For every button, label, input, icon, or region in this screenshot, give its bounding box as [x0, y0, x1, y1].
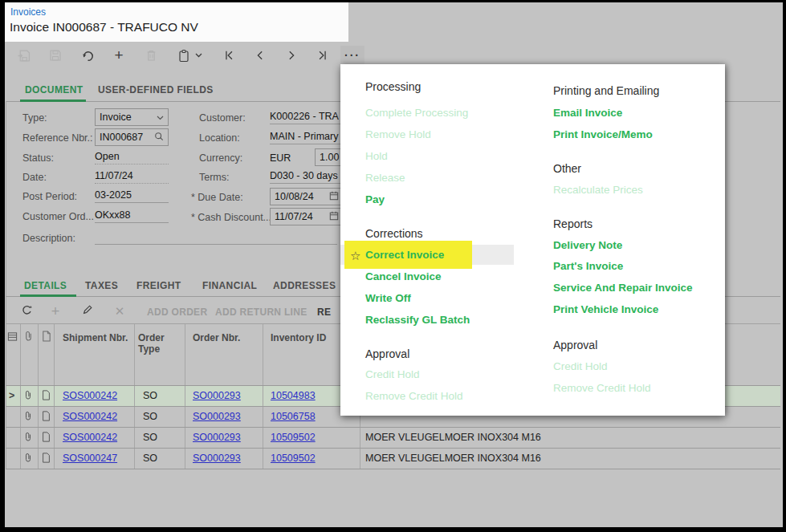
col-order-nbr[interactable]: Order Nbr.	[193, 332, 240, 343]
menu-item-remove-hold: Remove Hold	[365, 128, 431, 140]
menu-item-pay[interactable]: Pay	[365, 193, 385, 205]
magnifier-icon	[154, 132, 164, 144]
reference-nbr-value: IN000687	[100, 132, 154, 143]
menu-item-print-invoice-memo[interactable]: Print Invoice/Memo	[553, 128, 653, 140]
grid-delete-button[interactable]: ✕	[111, 303, 128, 319]
menu-item-cancel-invoice[interactable]: Cancel Invoice	[365, 270, 442, 282]
attachment-icon[interactable]	[24, 410, 32, 424]
tab-financial[interactable]: FINANCIAL	[202, 280, 257, 291]
tab-freight[interactable]: FREIGHT	[136, 280, 181, 291]
due-date-field[interactable]: 10/08/24	[270, 188, 344, 205]
page-title: Invoice IN000687 - TRAFUCO NV	[10, 20, 198, 35]
type-label: Type:	[22, 112, 47, 124]
shipment-link[interactable]: SOS000242	[63, 432, 117, 443]
cash-discount-field[interactable]: 11/07/24	[270, 208, 344, 225]
location-value[interactable]: MAIN - Primary	[270, 131, 350, 144]
tab-taxes[interactable]: TAXES	[85, 280, 118, 291]
attachment-icon[interactable]	[24, 431, 32, 445]
order-nbr-link[interactable]: SO000293	[193, 411, 241, 422]
order-nbr-link[interactable]: SO000293	[193, 453, 241, 464]
menu-section-reports: Reports	[553, 217, 593, 230]
shipment-link[interactable]: SOS000242	[63, 411, 117, 422]
breadcrumb[interactable]: Invoices	[10, 6, 46, 18]
col-order-type[interactable]: Order Type	[138, 332, 180, 355]
clipped-grid-button[interactable]: RE	[317, 307, 331, 318]
more-actions-button[interactable]: ···	[340, 46, 364, 64]
menu-item-parts-invoice[interactable]: Part's Invoice	[553, 260, 623, 272]
menu-item-complete-processing: Complete Processing	[365, 107, 468, 119]
tab-document[interactable]: DOCUMENT	[25, 84, 83, 95]
inventory-id-link[interactable]: 10506758	[271, 411, 316, 422]
attachment-icon[interactable]	[24, 389, 32, 404]
shipment-link[interactable]: SOS000247	[63, 453, 117, 464]
favorite-star-icon[interactable]: ☆	[350, 249, 360, 263]
save-and-close-button[interactable]	[13, 46, 34, 65]
caret-down-icon	[195, 53, 202, 58]
go-last-button[interactable]	[312, 46, 333, 65]
save-and-close-icon	[17, 49, 31, 63]
tab-user-defined-fields[interactable]: USER-DEFINED FIELDS	[98, 84, 214, 95]
note-icon[interactable]	[42, 389, 51, 404]
menu-section-other: Other	[553, 162, 581, 175]
grid-add-button[interactable]: +	[47, 303, 64, 319]
currency-label: Currency:	[199, 152, 242, 164]
reference-nbr-label: Reference Nbr.:	[22, 132, 93, 144]
customer-value[interactable]: K000226 - TRA	[270, 111, 350, 124]
menu-item-correct-invoice[interactable]: Correct Invoice	[365, 249, 444, 261]
order-type-cell: SO	[143, 390, 157, 401]
go-next-button[interactable]	[281, 46, 302, 65]
col-inventory-id[interactable]: Inventory ID	[271, 332, 326, 343]
note-icon[interactable]	[42, 431, 51, 445]
attachment-icon[interactable]	[24, 452, 32, 466]
col-shipment-nbr[interactable]: Shipment Nbr.	[63, 332, 128, 343]
reference-nbr-field[interactable]: IN000687	[95, 128, 169, 146]
menu-item-write-off[interactable]: Write Off	[365, 292, 411, 304]
save-button[interactable]	[45, 46, 66, 65]
order-nbr-link[interactable]: SO000293	[193, 432, 241, 443]
add-button[interactable]: +	[108, 46, 129, 65]
copy-paste-caret-button[interactable]	[193, 46, 204, 65]
copy-paste-button[interactable]	[173, 46, 194, 65]
status-label: Status:	[22, 152, 54, 164]
menu-item-email-invoice[interactable]: Email Invoice	[553, 107, 622, 119]
panel-left-border	[6, 101, 6, 469]
go-first-button[interactable]	[218, 46, 239, 65]
tab-details[interactable]: DETAILS	[24, 280, 67, 291]
shipment-link[interactable]: SOS000242	[63, 390, 117, 401]
grid-refresh-button[interactable]	[18, 303, 35, 319]
go-previous-button[interactable]	[250, 46, 271, 65]
type-combo[interactable]: Invoice	[95, 108, 169, 126]
tab-addresses[interactable]: ADDRESSES	[273, 280, 336, 291]
customer-order-value[interactable]: OKxx88	[95, 209, 169, 223]
inventory-id-link[interactable]: 10509502	[271, 432, 316, 443]
menu-item-remove-credit-hold-right: Remove Credit Hold	[553, 382, 651, 394]
post-period-value[interactable]: 03-2025	[95, 189, 169, 203]
menu-item-credit-hold-right: Credit Hold	[553, 360, 608, 372]
order-nbr-link[interactable]: SO000293	[193, 390, 241, 401]
menu-section-printing-emailing: Printing and Emailing	[553, 84, 659, 97]
terms-value[interactable]: D030 - 30 days	[270, 170, 350, 184]
inventory-id-link[interactable]: 10504983	[271, 390, 316, 401]
inventory-id-link[interactable]: 10509502	[271, 453, 316, 464]
description-cell: MOER VLEUGELMOER INOX304 M16	[365, 432, 541, 443]
grid-edit-button[interactable]	[79, 303, 96, 319]
cash-discount-value: 11/07/24	[275, 211, 329, 222]
add-return-line-button[interactable]: ADD RETURN LINE	[215, 307, 307, 318]
note-icon[interactable]	[42, 452, 51, 466]
undo-icon	[81, 49, 95, 63]
menu-item-delivery-note[interactable]: Delivery Note	[553, 239, 622, 251]
menu-item-service-and-repair-invoice[interactable]: Service And Repair Invoice	[553, 282, 693, 294]
menu-item-reclassify-gl-batch[interactable]: Reclassify GL Batch	[365, 314, 470, 326]
order-type-cell: SO	[143, 453, 157, 464]
grid-settings-icon[interactable]	[7, 331, 18, 345]
order-type-cell: SO	[143, 411, 157, 422]
frame-right	[783, 0, 786, 532]
menu-item-remove-credit-hold-left: Remove Credit Hold	[365, 390, 463, 402]
delete-button[interactable]	[141, 46, 161, 65]
note-icon[interactable]	[42, 410, 51, 424]
add-order-button[interactable]: ADD ORDER	[147, 307, 207, 318]
undo-button[interactable]	[77, 46, 98, 65]
cash-discount-label: * Cash Discount...	[191, 212, 271, 223]
description-value[interactable]	[95, 231, 337, 245]
menu-item-print-vehicle-invoice[interactable]: Print Vehicle Invoice	[553, 303, 658, 315]
